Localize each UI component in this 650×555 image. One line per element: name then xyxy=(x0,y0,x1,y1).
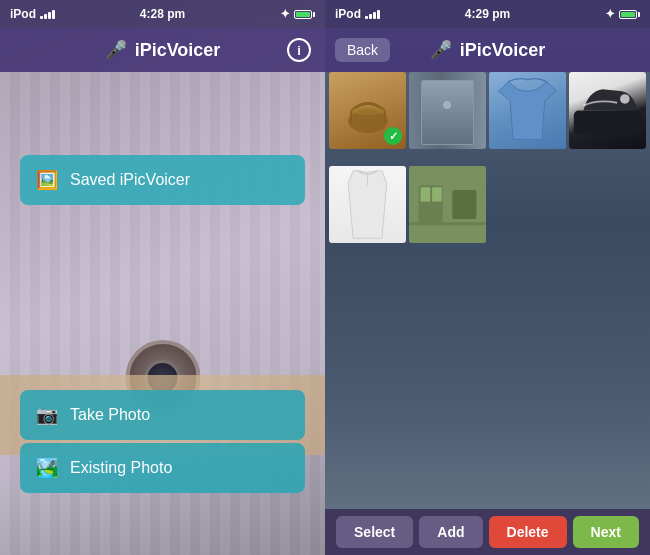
status-right-left: ✦ xyxy=(280,7,315,21)
time-left: 4:28 pm xyxy=(140,7,185,21)
battery-right xyxy=(619,10,640,19)
back-button[interactable]: Back xyxy=(335,38,390,62)
svg-rect-4 xyxy=(574,111,641,135)
status-bar-left: iPod 4:28 pm ✦ xyxy=(0,0,325,28)
right-phone: iPod 4:29 pm ✦ Back 🎤 iPicVoicer xyxy=(325,0,650,555)
saved-icon: 🖼️ xyxy=(36,169,58,191)
selected-badge: ✓ xyxy=(384,127,402,145)
status-right-right: ✦ xyxy=(605,7,640,21)
basket-svg xyxy=(343,86,393,136)
shoe-svg xyxy=(569,72,646,149)
locker-door xyxy=(421,80,475,145)
photo-thumb-shirt[interactable] xyxy=(489,72,566,149)
svg-rect-10 xyxy=(432,187,442,201)
next-label: Next xyxy=(591,524,621,540)
carrier-left: iPod xyxy=(10,7,36,21)
app-title-left: 🎤 iPicVoicer xyxy=(105,39,221,61)
time-right: 4:29 pm xyxy=(465,7,510,21)
existing-icon: 🏞️ xyxy=(36,457,58,479)
photo-thumb-empty2 xyxy=(569,166,646,243)
left-phone: iPod 4:28 pm ✦ 🎤 iPicVoicer i xyxy=(0,0,325,555)
status-left-right: iPod xyxy=(335,7,380,21)
svg-rect-11 xyxy=(452,190,476,219)
locker-handle xyxy=(443,101,451,109)
top-bar-right: Back 🎤 iPicVoicer xyxy=(325,28,650,72)
bluetooth-icon-right: ✦ xyxy=(605,7,615,21)
existing-photo-btn-wrap: 🏞️ Existing Photo xyxy=(20,443,305,493)
add-button[interactable]: Add xyxy=(419,516,482,548)
signal-icon-left xyxy=(40,10,55,19)
photo-thumb-interior[interactable] xyxy=(409,166,486,243)
delete-button[interactable]: Delete xyxy=(489,516,567,548)
photo-thumb-locker[interactable] xyxy=(409,72,486,149)
saved-ipicvoicer-button[interactable]: 🖼️ Saved iPicVoicer xyxy=(20,155,305,205)
add-label: Add xyxy=(437,524,464,540)
photo-thumb-shoe[interactable] xyxy=(569,72,646,149)
app-title-text-right: iPicVoicer xyxy=(460,40,546,61)
take-photo-label: Take Photo xyxy=(70,406,150,424)
locker-image xyxy=(409,72,486,149)
top-bar-left: 🎤 iPicVoicer i xyxy=(0,28,325,72)
saved-btn-wrap: 🖼️ Saved iPicVoicer xyxy=(20,155,305,205)
back-label: Back xyxy=(347,42,378,58)
signal-icon-right xyxy=(365,10,380,19)
select-label: Select xyxy=(354,524,395,540)
mic-icon-right: 🎤 xyxy=(430,39,452,61)
info-button[interactable]: i xyxy=(287,38,311,62)
shirt-svg xyxy=(489,72,566,149)
bottom-toolbar: Select Add Delete Next xyxy=(325,509,650,555)
take-photo-button[interactable]: 📷 Take Photo xyxy=(20,390,305,440)
photo-thumb-empty1 xyxy=(489,166,566,243)
camera-icon: 📷 xyxy=(36,404,58,426)
battery-left xyxy=(294,10,315,19)
existing-photo-label: Existing Photo xyxy=(70,459,172,477)
photo-thumb-basket[interactable]: ✓ xyxy=(329,72,406,149)
svg-rect-9 xyxy=(421,187,431,201)
app-title-right: 🎤 iPicVoicer xyxy=(430,39,546,61)
saved-label: Saved iPicVoicer xyxy=(70,171,190,189)
status-bar-right: iPod 4:29 pm ✦ xyxy=(325,0,650,28)
interior-svg xyxy=(409,166,486,243)
photo-grid-row1: ✓ xyxy=(329,72,646,149)
select-button[interactable]: Select xyxy=(336,516,413,548)
shirt-image xyxy=(489,72,566,149)
take-photo-btn-wrap: 📷 Take Photo xyxy=(20,390,305,440)
photo-thumb-dress[interactable] xyxy=(329,166,406,243)
bluetooth-icon-left: ✦ xyxy=(280,7,290,21)
next-button[interactable]: Next xyxy=(573,516,639,548)
interior-image xyxy=(409,166,486,243)
photo-grid-row2 xyxy=(329,166,646,243)
mic-icon-left: 🎤 xyxy=(105,39,127,61)
app-title-text-left: iPicVoicer xyxy=(135,40,221,61)
status-left: iPod xyxy=(10,7,55,21)
dress-image xyxy=(329,166,406,243)
carrier-right: iPod xyxy=(335,7,361,21)
svg-point-3 xyxy=(351,107,385,115)
dress-svg xyxy=(329,166,406,243)
existing-photo-button[interactable]: 🏞️ Existing Photo xyxy=(20,443,305,493)
delete-label: Delete xyxy=(507,524,549,540)
svg-point-5 xyxy=(620,94,630,104)
shoe-image xyxy=(569,72,646,149)
